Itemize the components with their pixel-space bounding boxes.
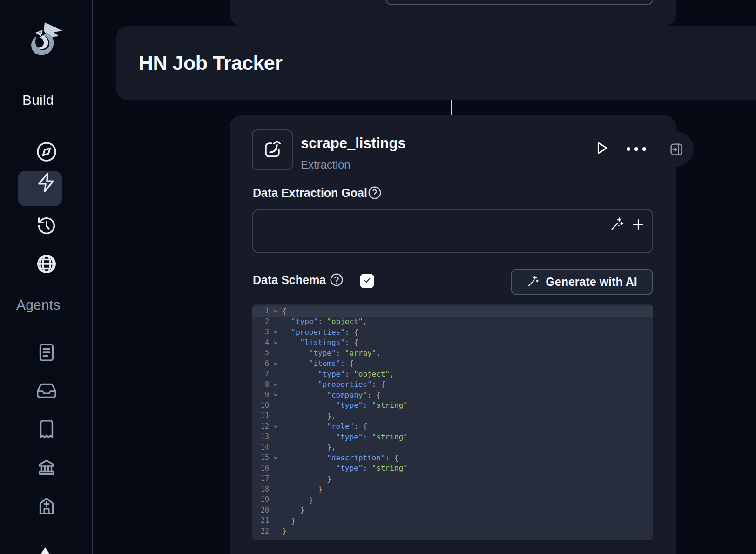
code-line-16[interactable]: 16 "type": "string" — [252, 463, 653, 474]
sidebar-item-landmark[interactable] — [0, 456, 93, 478]
code-line-14[interactable]: 14 }, — [252, 442, 653, 453]
more-options-button[interactable] — [627, 144, 649, 154]
line-number: 4 — [252, 338, 269, 347]
previous-node-input-outline[interactable] — [385, 0, 653, 5]
fold-chevron-icon[interactable] — [269, 361, 282, 366]
fold-chevron-icon[interactable] — [269, 308, 282, 314]
plus-icon[interactable] — [631, 217, 645, 233]
generate-with-ai-label: Generate with AI — [546, 275, 637, 289]
code-line-7[interactable]: 7 "type": "object", — [252, 369, 653, 379]
code-text: "items": { — [282, 359, 354, 368]
code-text: } — [282, 506, 304, 514]
fold-chevron-icon[interactable] — [269, 340, 282, 345]
check-icon — [363, 276, 372, 287]
code-line-2[interactable]: 2 "type": "object", — [252, 317, 653, 327]
fold-chevron-icon[interactable] — [269, 455, 282, 460]
previous-node-card-partial — [230, 0, 676, 26]
code-line-15[interactable]: 15 "description": { — [252, 453, 653, 463]
line-number: 3 — [252, 328, 269, 336]
code-line-21[interactable]: 21 } — [252, 515, 653, 526]
node-type-label: Extraction — [301, 158, 351, 171]
code-text: "properties": { — [282, 328, 358, 337]
line-number: 18 — [252, 485, 269, 493]
code-text: } — [282, 527, 287, 535]
goal-input[interactable]: Extract the top 5 job listings. For each… — [252, 209, 653, 253]
fold-chevron-icon[interactable] — [269, 392, 282, 398]
code-line-19[interactable]: 19 } — [252, 494, 653, 505]
line-number: 16 — [252, 464, 269, 473]
schema-enabled-checkbox[interactable] — [360, 274, 374, 288]
school-icon — [36, 495, 57, 516]
code-line-4[interactable]: 4 "listings": { — [252, 338, 653, 348]
schema-code-editor[interactable]: 1{2 "type": "object",3 "properties": {4 … — [252, 304, 653, 540]
sidebar-item-inbox[interactable] — [0, 380, 93, 401]
panel-open-arrow-icon[interactable] — [669, 142, 684, 159]
cursor-icon-partial — [40, 547, 50, 554]
sidebar-item-receipt[interactable] — [0, 419, 93, 440]
code-line-18[interactable]: 18 } — [252, 484, 653, 495]
code-text: } — [282, 485, 323, 493]
generate-with-ai-button[interactable]: Generate with AI — [511, 269, 653, 295]
globe-icon — [36, 253, 57, 275]
line-number: 1 — [252, 307, 269, 315]
dragon-logo[interactable] — [21, 16, 68, 64]
code-line-9[interactable]: 9 "company": { — [252, 390, 653, 400]
compass-icon — [35, 141, 58, 163]
sidebar-section-agents: Agents — [16, 297, 61, 313]
workflow-header-card: HN Job Tracker — [116, 26, 756, 100]
code-line-12[interactable]: 12 "role": { — [252, 421, 653, 432]
code-line-1[interactable]: 1{ — [252, 306, 653, 317]
code-text: "type": "object", — [282, 370, 394, 378]
code-text: "type": "string" — [282, 432, 408, 441]
line-number: 14 — [252, 443, 269, 452]
line-number: 10 — [252, 401, 269, 410]
line-number: 5 — [252, 349, 269, 357]
code-line-17[interactable]: 17 } — [252, 473, 653, 484]
fold-chevron-icon[interactable] — [269, 424, 282, 429]
code-text: "type": "string" — [282, 401, 408, 410]
code-line-8[interactable]: 8 "properties": { — [252, 379, 653, 390]
code-text: }, — [282, 412, 336, 420]
code-line-5[interactable]: 5 "type": "array", — [252, 348, 653, 358]
sidebar-item-zap-active[interactable] — [0, 172, 93, 193]
ellipsis-icon — [627, 147, 630, 151]
line-number: 8 — [252, 380, 269, 389]
node-connector-line — [451, 100, 452, 116]
code-text: "type": "array", — [282, 349, 381, 358]
line-number: 17 — [252, 474, 269, 483]
node-card-scrape-listings: scrape_listings Extraction Data Extracti… — [230, 115, 676, 554]
sidebar-item-school[interactable] — [0, 495, 93, 516]
wand-sparkles-icon[interactable] — [609, 216, 625, 233]
landmark-icon — [36, 456, 57, 478]
code-text: { — [282, 307, 287, 316]
sidebar-item-file-text[interactable] — [0, 342, 93, 363]
sidebar-item-globe[interactable] — [0, 253, 93, 275]
line-number: 19 — [252, 495, 269, 504]
code-line-22[interactable]: 22} — [252, 526, 653, 537]
play-icon — [593, 140, 610, 158]
code-line-3[interactable]: 3 "properties": { — [252, 327, 653, 338]
node-type-icon-box — [252, 129, 293, 170]
node-name[interactable]: scrape_listings — [301, 135, 406, 152]
page-title[interactable]: HN Job Tracker — [139, 52, 282, 74]
fold-chevron-icon[interactable] — [269, 329, 282, 335]
goal-label: Data Extraction Goal — [253, 186, 367, 200]
sidebar-item-history[interactable] — [0, 215, 93, 236]
code-text: } — [282, 474, 331, 483]
code-line-20[interactable]: 20 } — [252, 505, 653, 516]
previous-node-divider — [252, 20, 653, 20]
fold-chevron-icon[interactable] — [269, 382, 282, 387]
wand-sparkles-icon — [526, 275, 540, 290]
inbox-icon — [36, 380, 57, 401]
code-line-6[interactable]: 6 "items": { — [252, 358, 653, 369]
code-line-11[interactable]: 11 }, — [252, 411, 653, 421]
sidebar-item-compass[interactable] — [0, 141, 93, 163]
sidebar: Build Agents — [0, 0, 93, 554]
code-line-10[interactable]: 10 "type": "string" — [252, 400, 653, 411]
code-line-13[interactable]: 13 "type": "string" — [252, 432, 653, 442]
help-circle-icon[interactable] — [367, 185, 382, 202]
run-node-button[interactable] — [593, 140, 610, 158]
help-circle-icon[interactable] — [329, 272, 344, 289]
line-number: 11 — [252, 412, 269, 420]
line-number: 15 — [252, 453, 269, 462]
